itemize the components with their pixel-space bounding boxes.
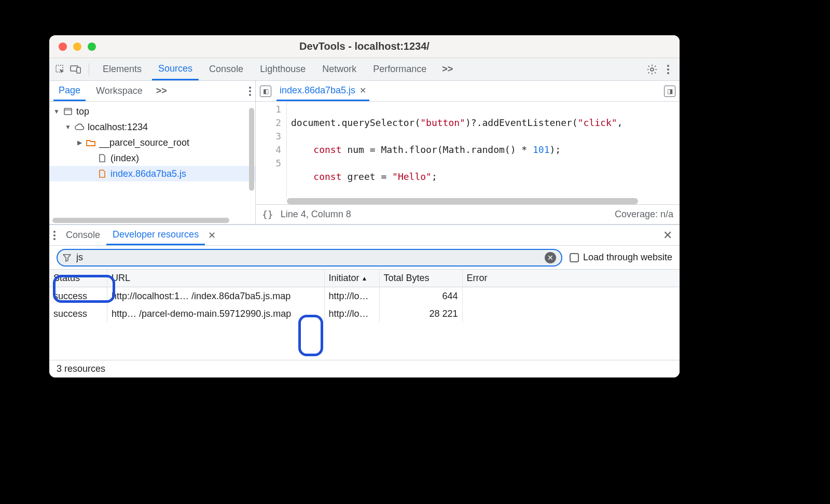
- navigator-tab-workspace[interactable]: Workspace: [91, 81, 148, 101]
- editor-tab[interactable]: index.86da7ba5.js ✕: [276, 81, 369, 101]
- drawer-footer: 3 resources: [49, 360, 680, 377]
- tree-file-index[interactable]: (index): [49, 150, 255, 166]
- device-toggle-icon[interactable]: [70, 65, 81, 74]
- close-drawer-icon[interactable]: ✕: [660, 229, 675, 242]
- main-menu-icon[interactable]: [667, 64, 669, 75]
- tree-label: (index): [110, 153, 139, 164]
- editor-tab-label: index.86da7ba5.js: [280, 85, 355, 96]
- close-drawer-tab-icon[interactable]: ✕: [208, 230, 216, 241]
- tabs-overflow-button[interactable]: >>: [437, 64, 458, 75]
- line-gutter: 1 2 3 4 5: [256, 102, 287, 198]
- coverage-status: Coverage: n/a: [615, 209, 673, 220]
- navigator-tabs: Page Workspace >>: [49, 81, 255, 102]
- table-header: Status URL Initiator▲ Total Bytes Error: [49, 270, 680, 287]
- svg-rect-4: [64, 108, 72, 115]
- inspect-icon[interactable]: [54, 64, 66, 75]
- tree-label: top: [76, 106, 89, 117]
- col-total-bytes[interactable]: Total Bytes: [380, 270, 463, 287]
- drawer-menu-icon[interactable]: [53, 231, 56, 240]
- sort-asc-icon: ▲: [362, 275, 368, 282]
- toggle-navigator-icon[interactable]: ◧: [260, 86, 271, 97]
- minimize-window-button[interactable]: [73, 43, 81, 51]
- cell-initiator: http://lo…: [325, 305, 380, 323]
- drawer: Console Developer resources ✕ ✕ ✕ Load t…: [49, 225, 680, 377]
- svg-rect-2: [77, 67, 80, 73]
- tab-console[interactable]: Console: [203, 58, 250, 80]
- folder-icon: [86, 139, 96, 146]
- table-body: success http://localhost:1… /index.86da7…: [49, 287, 680, 360]
- filter-icon: [63, 254, 71, 262]
- cell-url: http://localhost:1… /index.86da7ba5.js.m…: [107, 287, 325, 305]
- drawer-tabbar: Console Developer resources ✕ ✕: [49, 225, 680, 246]
- table-row[interactable]: success http… /parcel-demo-main.59712990…: [49, 305, 680, 323]
- cell-initiator: http://lo…: [325, 287, 380, 305]
- tree-domain[interactable]: ▼ localhost:1234: [49, 119, 255, 135]
- load-through-website-label: Load through website: [583, 252, 672, 263]
- tree-label: localhost:1234: [88, 122, 148, 133]
- drawer-tab-console[interactable]: Console: [60, 225, 106, 245]
- tab-elements[interactable]: Elements: [96, 58, 148, 80]
- cursor-position: Line 4, Column 8: [281, 209, 351, 220]
- tab-performance[interactable]: Performance: [367, 58, 433, 80]
- cell-status: success: [49, 287, 107, 305]
- checkbox-icon[interactable]: [570, 253, 579, 262]
- frame-icon: [63, 108, 73, 115]
- filter-box: ✕: [57, 249, 562, 267]
- tree-label: __parcel_source_root: [99, 137, 189, 148]
- tree-folder[interactable]: ▶ __parcel_source_root: [49, 135, 255, 150]
- file-tree[interactable]: ▼ top ▼ localhost:1234 ▶ __parcel_source…: [49, 102, 255, 217]
- col-url[interactable]: URL: [107, 270, 325, 287]
- editor-statusbar: {} Line 4, Column 8 Coverage: n/a: [256, 204, 680, 224]
- col-initiator[interactable]: Initiator▲: [325, 270, 380, 287]
- editor-tabbar: ◧ index.86da7ba5.js ✕ ◨: [256, 81, 680, 102]
- toggle-debugger-icon[interactable]: ◨: [664, 86, 675, 97]
- main-tabstrip: Elements Sources Console Lighthouse Netw…: [49, 58, 680, 81]
- traffic-lights: [49, 43, 96, 51]
- cell-bytes: 644: [380, 287, 463, 305]
- cell-error: [463, 305, 680, 323]
- col-error[interactable]: Error: [463, 270, 680, 287]
- editor-pane: ◧ index.86da7ba5.js ✕ ◨ 1 2 3 4 5 docume…: [256, 81, 680, 224]
- tree-file-js[interactable]: index.86da7ba5.js: [49, 166, 255, 181]
- code-lines[interactable]: document.querySelector("button")?.addEve…: [287, 102, 680, 198]
- tab-sources[interactable]: Sources: [152, 58, 199, 80]
- devtools-window: DevTools - localhost:1234/ Elements Sour…: [49, 35, 680, 377]
- table-row[interactable]: success http://localhost:1… /index.86da7…: [49, 287, 680, 305]
- filter-input[interactable]: [76, 252, 540, 263]
- script-icon: [97, 170, 107, 178]
- tab-lighthouse[interactable]: Lighthouse: [254, 58, 312, 80]
- svg-point-3: [651, 68, 654, 71]
- cloud-icon: [74, 123, 85, 131]
- navigator-scrollbar-vertical[interactable]: [249, 108, 254, 191]
- titlebar: DevTools - localhost:1234/: [49, 35, 680, 58]
- editor-scrollbar-horizontal[interactable]: [287, 198, 638, 204]
- resource-count: 3 resources: [57, 363, 105, 374]
- navigator-pane: Page Workspace >> ▼ top ▼ localhost:1234: [49, 81, 256, 224]
- cell-url: http… /parcel-demo-main.59712990.js.map: [107, 305, 325, 323]
- navigator-scrollbar-horizontal[interactable]: [52, 218, 229, 223]
- window-title: DevTools - localhost:1234/: [49, 40, 680, 52]
- cell-bytes: 28 221: [380, 305, 463, 323]
- filter-toolbar: ✕ Load through website: [49, 246, 680, 270]
- tree-top[interactable]: ▼ top: [49, 104, 255, 119]
- dev-resources-table: Status URL Initiator▲ Total Bytes Error …: [49, 270, 680, 360]
- col-status[interactable]: Status: [49, 270, 107, 287]
- navigator-tabs-overflow[interactable]: >>: [153, 86, 170, 96]
- sources-workspace: Page Workspace >> ▼ top ▼ localhost:1234: [49, 81, 680, 225]
- close-window-button[interactable]: [59, 43, 67, 51]
- tab-network[interactable]: Network: [316, 58, 363, 80]
- drawer-tab-developer-resources[interactable]: Developer resources: [106, 225, 205, 245]
- document-icon: [97, 154, 107, 162]
- close-tab-icon[interactable]: ✕: [359, 86, 366, 95]
- cell-error: [463, 287, 680, 305]
- settings-gear-icon[interactable]: [646, 64, 658, 75]
- tree-label: index.86da7ba5.js: [110, 169, 186, 179]
- cell-status: success: [49, 305, 107, 323]
- code-editor[interactable]: 1 2 3 4 5 document.querySelector("button…: [256, 102, 680, 198]
- zoom-window-button[interactable]: [88, 43, 96, 51]
- clear-filter-icon[interactable]: ✕: [545, 252, 556, 263]
- load-through-website-toggle[interactable]: Load through website: [570, 252, 672, 263]
- navigator-tab-page[interactable]: Page: [53, 81, 86, 101]
- navigator-menu-icon[interactable]: [249, 87, 251, 96]
- pretty-print-icon[interactable]: {}: [262, 209, 273, 220]
